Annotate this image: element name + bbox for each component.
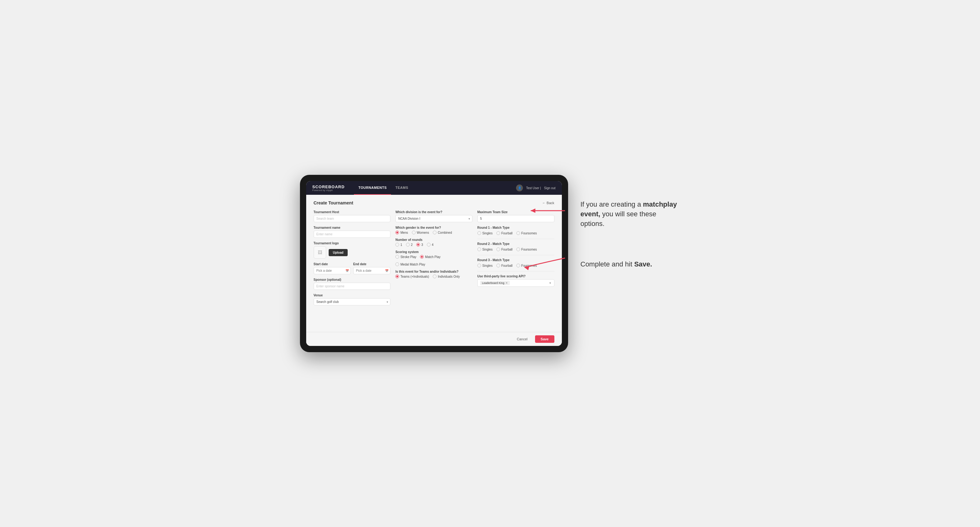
scoring-medal-radio[interactable] (395, 262, 399, 266)
round2-singles-radio[interactable] (477, 248, 481, 251)
teams-teams-radio[interactable] (395, 275, 399, 278)
venue-group: Venue Search golf club ▼ (314, 294, 391, 305)
page-wrapper: SCOREBOARD Powered by clippit TOURNAMENT… (272, 175, 708, 352)
gender-combined-label: Combined (438, 231, 452, 234)
gender-mens[interactable]: Mens (395, 231, 408, 234)
round1-foursomes[interactable]: Foursomes (516, 231, 537, 235)
nav-link-tournaments[interactable]: TOURNAMENTS (354, 181, 391, 195)
rounds-1-radio[interactable] (395, 243, 399, 246)
logo-text: SCOREBOARD (312, 184, 345, 189)
scoring-match-radio[interactable] (420, 255, 424, 259)
teams-teams-label: Teams (+Individuals) (400, 275, 429, 278)
end-date-wrapper: 📅 (353, 267, 390, 274)
page-title: Create Tournament (314, 200, 353, 205)
round2-singles[interactable]: Singles (477, 248, 493, 251)
nav-signout[interactable]: Sign out (544, 186, 556, 190)
round3-singles-radio[interactable] (477, 264, 481, 267)
round2-fourball-radio[interactable] (496, 248, 500, 251)
calendar-icon-start: 📅 (345, 269, 349, 272)
teams-label: Is this event for Teams and/or Individua… (395, 270, 473, 273)
arrow-save (518, 253, 568, 272)
nav-link-teams[interactable]: TEAMS (391, 181, 412, 195)
upload-button[interactable]: Upload (329, 249, 348, 256)
cancel-button[interactable]: Cancel (512, 335, 532, 343)
sponsor-input[interactable] (314, 283, 391, 290)
api-tag-text: Leaderboard King (482, 281, 504, 284)
gender-womens-radio[interactable] (412, 231, 416, 234)
round2-foursomes-radio[interactable] (516, 248, 520, 251)
divider-1 (477, 239, 554, 239)
end-date-label: End date (353, 262, 390, 266)
api-tag-close[interactable]: ✕ (506, 281, 508, 284)
scoring-stroke-label: Stroke Play (400, 255, 416, 259)
rounds-3-radio[interactable] (416, 243, 420, 246)
teams-group: Is this event for Teams and/or Individua… (395, 270, 473, 278)
venue-select[interactable]: Search golf club (314, 298, 391, 305)
rounds-2[interactable]: 2 (406, 243, 413, 246)
rounds-4-label: 4 (432, 243, 434, 246)
scoring-stroke-play[interactable]: Stroke Play (395, 255, 416, 259)
division-select[interactable]: NCAA Division I (395, 215, 473, 222)
round1-singles-label: Singles (482, 232, 493, 235)
round3-singles[interactable]: Singles (477, 264, 493, 267)
round1-singles[interactable]: Singles (477, 231, 493, 235)
round1-match-type: Singles Fourball Foursomes (477, 231, 554, 235)
venue-select-wrapper: Search golf club ▼ (314, 298, 391, 305)
tournament-host-input[interactable] (314, 215, 391, 222)
rounds-2-label: 2 (411, 243, 413, 246)
gender-mens-label: Mens (400, 231, 408, 234)
teams-teams[interactable]: Teams (+Individuals) (395, 275, 429, 278)
round1-foursomes-radio[interactable] (516, 231, 520, 235)
round1-foursomes-label: Foursomes (521, 232, 537, 235)
division-select-wrapper: NCAA Division I ▼ (395, 215, 473, 222)
tournament-name-input[interactable] (314, 231, 391, 238)
gender-womens[interactable]: Womens (412, 231, 429, 234)
api-select-wrapper[interactable]: Leaderboard King ✕ ▼ (477, 279, 554, 287)
scoring-match-label: Match Play (425, 255, 440, 259)
save-button[interactable]: Save (535, 335, 554, 343)
rounds-3[interactable]: 3 (416, 243, 423, 246)
round1-fourball-radio[interactable] (496, 231, 500, 235)
round2-fourball[interactable]: Fourball (496, 248, 512, 251)
rounds-2-radio[interactable] (406, 243, 410, 246)
teams-individuals[interactable]: Individuals Only (433, 275, 460, 278)
end-date-group: End date 📅 (353, 262, 390, 274)
teams-individuals-label: Individuals Only (438, 275, 460, 278)
gender-combined[interactable]: Combined (433, 231, 452, 234)
rounds-3-label: 3 (421, 243, 423, 246)
tournament-name-group: Tournament name (314, 226, 391, 238)
logo-placeholder: 🖼 (314, 246, 326, 259)
round1-fourball-label: Fourball (501, 232, 512, 235)
start-date-wrapper: 📅 (314, 267, 351, 274)
round3-fourball[interactable]: Fourball (496, 264, 512, 267)
round3-fourball-radio[interactable] (496, 264, 500, 267)
round2-match-type: Singles Fourball Foursomes (477, 248, 554, 251)
gender-label: Which gender is the event for? (395, 226, 473, 229)
round1-singles-radio[interactable] (477, 231, 481, 235)
rounds-4[interactable]: 4 (427, 243, 434, 246)
round1-fourball[interactable]: Fourball (496, 231, 512, 235)
rounds-group: Number of rounds 1 2 (395, 238, 473, 246)
scoring-medal-match[interactable]: Medal Match Play (395, 262, 425, 266)
calendar-icon-end: 📅 (385, 269, 388, 272)
round2-foursomes[interactable]: Foursomes (516, 248, 537, 251)
teams-individuals-radio[interactable] (433, 275, 436, 278)
logo-sub: Powered by clippit (312, 189, 345, 191)
gender-womens-label: Womens (417, 231, 429, 234)
gender-combined-radio[interactable] (433, 231, 436, 234)
scoring-match-play[interactable]: Match Play (420, 255, 440, 259)
date-group: Start date 📅 End date (314, 262, 391, 274)
tournament-logo-group: Tournament logo 🖼 Upload (314, 241, 391, 259)
tournament-host-group: Tournament Host (314, 210, 391, 222)
column-2: Which division is the event for? NCAA Di… (395, 210, 473, 309)
round2-label: Round 2 - Match Type (477, 242, 554, 246)
matchplay-annotation: If you are creating a matchplay event, y… (581, 200, 680, 229)
tournament-name-label: Tournament name (314, 226, 391, 229)
rounds-1-label: 1 (400, 243, 402, 246)
gender-mens-radio[interactable] (395, 231, 399, 234)
rounds-4-radio[interactable] (427, 243, 431, 246)
tournament-host-label: Tournament Host (314, 210, 391, 214)
scoring-stroke-radio[interactable] (395, 255, 399, 259)
matchplay-annotation-text: If you are creating a matchplay event, y… (581, 200, 680, 229)
rounds-1[interactable]: 1 (395, 243, 402, 246)
